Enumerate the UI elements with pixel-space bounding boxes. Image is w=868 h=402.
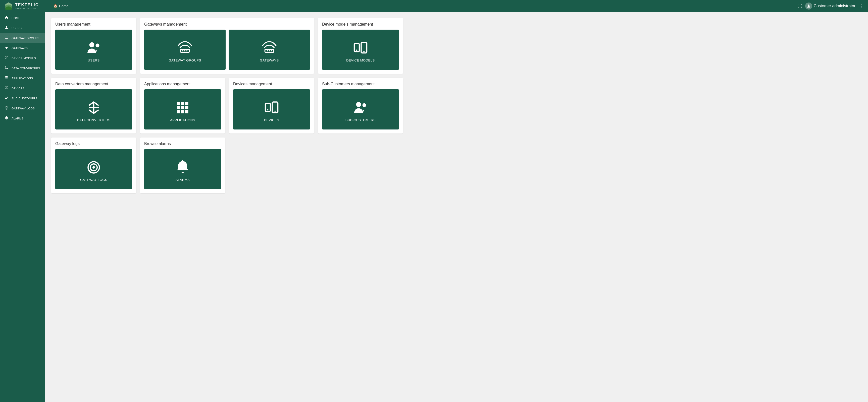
svg-point-24 (89, 42, 94, 47)
main-content: Users management USERS Gateways manageme… (45, 12, 868, 402)
sidebar-label-applications: APPLICATIONS (11, 77, 33, 80)
svg-point-56 (92, 166, 95, 169)
svg-point-51 (274, 110, 276, 112)
svg-rect-12 (6, 77, 7, 78)
sidebar-label-data-converters: DATA CONVERTERS (11, 67, 40, 70)
svg-rect-10 (7, 76, 8, 77)
sidebar-item-data-converters[interactable]: DATA CONVERTERS (0, 63, 45, 73)
sidebar-arrow-icon: ← (39, 36, 43, 41)
sidebar-item-sub-customers[interactable]: SUB-CUSTOMERS (0, 93, 45, 103)
logo-title: TEKTELIC (15, 3, 39, 7)
svg-rect-32 (269, 50, 270, 51)
home-icon: 🏠 (53, 4, 58, 8)
sub-customers-tile-icon (353, 100, 368, 115)
tile-gateways-management[interactable]: Gateways management GATEWAY GROUPS (140, 18, 314, 74)
svg-point-19 (5, 97, 6, 98)
tiles-grid: Users management USERS Gateways manageme… (51, 18, 403, 193)
data-converters-tile-icon (86, 100, 101, 115)
svg-point-0 (808, 4, 809, 6)
svg-point-20 (7, 97, 8, 98)
tile-label-alarms: ALARMS (176, 178, 190, 182)
svg-rect-33 (271, 50, 272, 51)
sidebar-item-devices[interactable]: DEVICES (0, 83, 45, 93)
svg-rect-28 (184, 50, 185, 51)
svg-rect-39 (177, 102, 180, 105)
svg-rect-47 (185, 110, 188, 113)
tile-title-alarms: Browse alarms (144, 141, 221, 146)
header-right: ⛶ Customer administrator ⋮ (798, 2, 864, 9)
tile-title-sub-customers: Sub-Customers management (322, 82, 399, 86)
gateways-tile-icon (262, 40, 277, 56)
svg-rect-11 (5, 77, 6, 78)
tile-gateway-logs[interactable]: Gateway logs GATEWAY LOGS (51, 137, 136, 193)
tile-devices-management[interactable]: Devices management DEVICES (229, 78, 314, 134)
sidebar-item-alarms[interactable]: ALARMS (0, 113, 45, 124)
user-area[interactable]: Customer administrator (805, 2, 856, 9)
sidebar-item-gateways[interactable]: GATEWAYS (0, 43, 45, 53)
svg-point-37 (363, 51, 365, 52)
svg-rect-7 (7, 57, 8, 59)
tile-data-converters-management[interactable]: Data converters management DATA CONVERTE… (51, 78, 136, 134)
tile-label-devices: DEVICES (264, 118, 279, 122)
sidebar-item-device-models[interactable]: DEVICE MODELS (0, 53, 45, 63)
svg-rect-15 (6, 78, 7, 79)
sidebar-item-gateway-groups[interactable]: GATEWAY GROUPS ← (0, 33, 45, 43)
sub-customers-sidebar-icon (4, 96, 9, 101)
applications-tile-icon (175, 100, 190, 115)
alarms-tile-icon (175, 160, 190, 175)
gateway-logs-sidebar-icon (4, 106, 9, 111)
tile-label-data-converters: DATA CONVERTERS (77, 118, 110, 122)
sidebar-label-gateway-logs: GATEWAY LOGS (11, 107, 35, 110)
svg-rect-27 (182, 50, 183, 51)
svg-point-50 (267, 109, 269, 110)
svg-rect-8 (5, 76, 6, 77)
tile-browse-alarms[interactable]: Browse alarms ALARMS (140, 137, 225, 193)
tile-users-management[interactable]: Users management USERS (51, 18, 136, 74)
svg-rect-45 (177, 110, 180, 113)
logo-text-block: TEKTELIC communications (15, 3, 39, 9)
tile-icon-block-data-converters: DATA CONVERTERS (55, 89, 132, 130)
svg-rect-41 (185, 102, 188, 105)
sidebar-item-applications[interactable]: APPLICATIONS (0, 73, 45, 83)
devices-tile-icon (264, 100, 279, 115)
svg-point-1 (6, 26, 7, 28)
tile-sub-customers-management[interactable]: Sub-Customers management SUB-CUSTOMERS (318, 78, 403, 134)
device-models-sidebar-icon (4, 56, 9, 61)
home-icon (4, 15, 9, 21)
tile-label-gateway-logs: GATEWAY LOGS (80, 178, 107, 182)
users-tile-icon (86, 40, 101, 56)
tile-title-users: Users management (55, 22, 132, 27)
sidebar-item-gateway-logs[interactable]: GATEWAY LOGS (0, 103, 45, 113)
svg-rect-18 (7, 86, 8, 89)
logo-area: TEKTELIC communications (4, 1, 49, 10)
tile-title-gateways-mgmt: Gateways management (144, 22, 310, 27)
svg-rect-31 (267, 50, 268, 51)
device-models-tile-icon (353, 40, 368, 56)
svg-rect-17 (5, 87, 6, 88)
fullscreen-icon[interactable]: ⛶ (798, 3, 802, 9)
tile-label-applications: APPLICATIONS (170, 118, 195, 122)
tile-applications-management[interactable]: Applications management APPLICATIONS (140, 78, 225, 134)
tile-title-applications: Applications management (144, 82, 221, 86)
devices-sidebar-icon (4, 86, 9, 91)
applications-sidebar-icon (4, 76, 9, 81)
tile-icon-block-device-models: DEVICE MODELS (322, 30, 399, 70)
sidebar-item-home[interactable]: HOME (0, 13, 45, 23)
users-icon (4, 26, 9, 31)
dots-menu-icon[interactable]: ⋮ (859, 3, 864, 9)
tile-device-models-management[interactable]: Device models management DEVICE MODELS (318, 18, 403, 74)
svg-point-52 (356, 102, 361, 107)
tile-icon-block-sub-customers: SUB-CUSTOMERS (322, 89, 399, 130)
tile-title-data-converters: Data converters management (55, 82, 132, 86)
tektelic-logo (4, 1, 13, 10)
sidebar-item-users[interactable]: USERS (0, 23, 45, 33)
svg-rect-14 (5, 78, 6, 79)
logo-subtitle: communications (15, 7, 39, 9)
user-label: Customer administrator (814, 4, 856, 8)
sidebar-label-sub-customers: SUB-CUSTOMERS (11, 97, 37, 100)
tile-label-sub-customers: SUB-CUSTOMERS (345, 118, 376, 122)
tile-label-device-models: DEVICE MODELS (346, 59, 375, 62)
tile-icon-block-devices: DEVICES (233, 89, 310, 130)
gateway-logs-tile-icon (86, 160, 101, 175)
tile-icon-block-applications: APPLICATIONS (144, 89, 221, 130)
